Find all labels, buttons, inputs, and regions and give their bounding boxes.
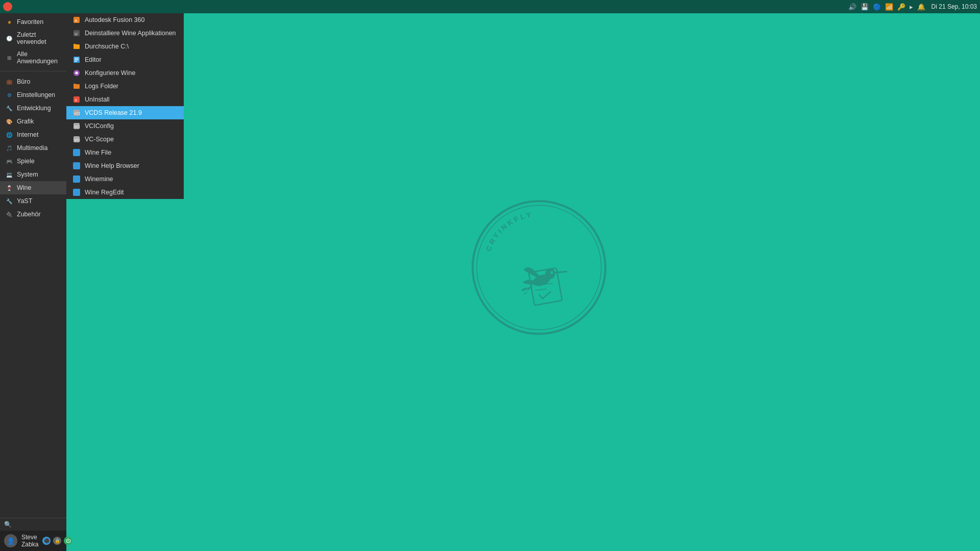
submenu-item-winemine[interactable]: Winemine	[66, 172, 184, 186]
user-name: Steve Zabka	[21, 534, 38, 548]
submenu-wine: A Autodesk Fusion 360 U Deinstalliere Wi…	[66, 13, 184, 199]
svg-text:X: X	[75, 98, 78, 103]
taskbar-datetime: Di 21 Sep, 10:03	[932, 3, 977, 10]
notification-icon[interactable]: 🔔	[917, 3, 925, 11]
search-input[interactable]	[14, 521, 60, 528]
submenu-item-vciconfig[interactable]: VCI VCIConfig	[66, 119, 184, 133]
grafik-icon: 🎨	[5, 117, 13, 126]
key-icon[interactable]: 🔑	[897, 3, 905, 11]
bluetooth-icon[interactable]: 🔵	[873, 3, 881, 11]
sidebar-item-alle[interactable]: ⊞ Alle Anwendungen	[0, 48, 66, 67]
sidebar-item-label: Entwicklung	[17, 105, 51, 112]
power-button[interactable]: ⏻	[64, 537, 72, 545]
clock-icon: 🕐	[5, 34, 13, 42]
avatar: 👤	[4, 534, 17, 547]
sidebar-item-einstellungen[interactable]: ⚙ Einstellungen	[0, 88, 66, 102]
sidebar-item-label: Büro	[17, 78, 30, 85]
user-bar: 👤 Steve Zabka ⚫ 🔒 ⏻	[0, 531, 66, 551]
submenu-item-label: Logs Folder	[85, 83, 118, 90]
sidebar-item-system[interactable]: 💻 System	[0, 168, 66, 181]
submenu-item-konfiguriere[interactable]: Konfiguriere Wine	[66, 66, 184, 80]
submenu-item-label: Wine Help Browser	[85, 162, 139, 169]
svg-text:VCD: VCD	[74, 112, 80, 115]
submenu-item-winehelpbrowser[interactable]: Wine Help Browser	[66, 159, 184, 172]
vciconfig-icon: VCI	[72, 122, 81, 130]
winefile-icon	[72, 148, 81, 157]
sidebar-item-yast[interactable]: 🔧 YaST	[0, 194, 66, 208]
taskbar-left	[3, 2, 12, 11]
submenu-item-label: Durchsuche C:\	[85, 43, 129, 50]
winemine-icon	[72, 175, 81, 183]
buero-icon: 💼	[5, 78, 13, 86]
konfiguriere-icon	[72, 69, 81, 77]
sidebar-item-label: YaST	[17, 197, 32, 205]
submenu-item-durchsuche[interactable]: Durchsuche C:\	[66, 40, 184, 53]
sidebar-item-multimedia[interactable]: 🎵 Multimedia	[0, 141, 66, 155]
cryinkfly-logo: CRYINKFLY	[468, 196, 610, 339]
submenu-item-vcds[interactable]: VCD VCDS Release 21.9	[66, 106, 184, 119]
volume-icon[interactable]: 🔊	[848, 3, 856, 11]
storage-icon[interactable]: 💾	[861, 3, 869, 11]
sidebar-item-favoriten[interactable]: ★ Favoriten	[0, 15, 66, 29]
taskbar-app-icon[interactable]	[3, 2, 12, 11]
submenu-item-label: Konfiguriere Wine	[85, 69, 135, 77]
sidebar-item-zuletzt[interactable]: 🕐 Zuletzt verwendet	[0, 29, 66, 48]
system-icon: 💻	[5, 170, 13, 179]
submenu-item-label: VC-Scope	[85, 136, 114, 143]
network-icon[interactable]: 📶	[885, 3, 893, 11]
svg-text:VCS: VCS	[74, 138, 80, 142]
sidebar-item-internet[interactable]: 🌐 Internet	[0, 128, 66, 141]
submenu-item-logs[interactable]: Logs Folder	[66, 80, 184, 93]
deinstall-icon: U	[72, 29, 81, 37]
submenu-item-editor[interactable]: Editor	[66, 53, 184, 66]
submenu-item-deinstalliere[interactable]: U Deinstalliere Wine Applikationen	[66, 27, 184, 40]
logo-container: CRYINKFLY	[468, 196, 610, 340]
search-icon: 🔍	[4, 521, 12, 528]
editor-icon	[72, 56, 81, 64]
menu-section-top: ★ Favoriten 🕐 Zuletzt verwendet ⊞ Alle A…	[0, 13, 66, 69]
svg-point-21	[76, 72, 78, 74]
arrow-icon[interactable]: ▸	[910, 3, 913, 11]
spiele-icon: 🎮	[5, 157, 13, 165]
submenu-item-autodesk[interactable]: A Autodesk Fusion 360	[66, 13, 184, 27]
entwicklung-icon: 🔧	[5, 104, 13, 112]
multimedia-icon: 🎵	[5, 144, 13, 152]
logs-icon	[72, 82, 81, 90]
sidebar-item-entwicklung[interactable]: 🔧 Entwicklung	[0, 102, 66, 115]
submenu-item-uninstall[interactable]: X UnInstall	[66, 93, 184, 106]
network-button[interactable]: ⚫	[42, 537, 51, 545]
folder-icon	[72, 42, 81, 51]
sidebar-item-label: Grafik	[17, 118, 34, 125]
submenu-item-winefile[interactable]: Wine File	[66, 146, 184, 159]
sidebar-item-spiele[interactable]: 🎮 Spiele	[0, 155, 66, 168]
sidebar-item-label: Multimedia	[17, 144, 47, 152]
sidebar-item-wine[interactable]: 🍷 Wine	[0, 181, 66, 194]
app-icon-svg	[5, 4, 11, 10]
submenu-item-vcscope[interactable]: VCS VC-Scope	[66, 133, 184, 146]
svg-text:VCI: VCI	[74, 125, 80, 129]
submenu-item-wineregedit[interactable]: Wine RegEdit	[66, 186, 184, 199]
sidebar-item-label: System	[17, 171, 38, 178]
uninstall-icon: X	[72, 95, 81, 104]
internet-icon: 🌐	[5, 131, 13, 139]
sidebar-item-label: Alle Anwendungen	[17, 51, 61, 65]
lock-button[interactable]: 🔒	[53, 537, 61, 545]
svg-point-11	[5, 4, 10, 9]
search-bar: 🔍	[0, 518, 66, 531]
submenu-item-label: Autodesk Fusion 360	[85, 16, 144, 23]
svg-text:A: A	[75, 18, 78, 23]
submenu-item-label: VCDS Release 21.9	[85, 109, 142, 116]
sidebar-item-grafik[interactable]: 🎨 Grafik	[0, 115, 66, 128]
sidebar-item-label: Favoriten	[17, 18, 43, 26]
user-actions: ⚫ 🔒 ⏻	[42, 537, 72, 545]
svg-point-6	[551, 271, 553, 274]
winehelpbrowser-icon	[72, 162, 81, 170]
submenu-item-label: Wine RegEdit	[85, 189, 124, 196]
sidebar-item-zubehoer[interactable]: 🔌 Zubehör	[0, 208, 66, 221]
sidebar-item-label: Zubehör	[17, 211, 41, 218]
submenu-item-label: VCIConfig	[85, 122, 114, 130]
sidebar-item-buero[interactable]: 💼 Büro	[0, 75, 66, 88]
submenu-item-label: Wine File	[85, 149, 111, 156]
submenu-item-label: Editor	[85, 56, 102, 63]
autodesk-icon: A	[72, 16, 81, 24]
